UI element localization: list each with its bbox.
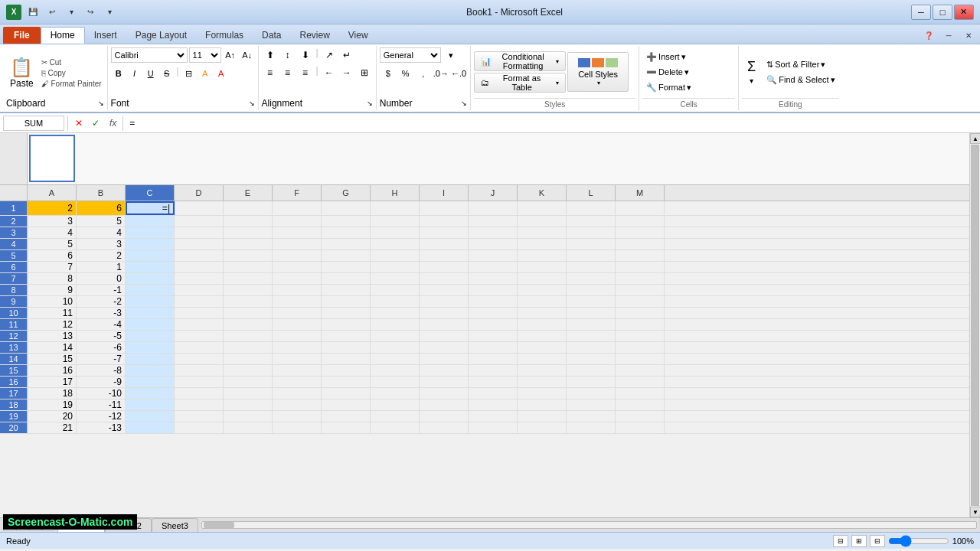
tab-formulas[interactable]: Formulas	[196, 27, 253, 44]
cell-L5[interactable]	[567, 250, 616, 261]
cell-A16[interactable]: 17	[28, 377, 77, 387]
cell-M13[interactable]	[616, 342, 665, 353]
cell-L12[interactable]	[567, 331, 616, 341]
cell-F19[interactable]	[273, 411, 322, 422]
cell-C8[interactable]	[126, 285, 175, 295]
row-number-19[interactable]: 19	[0, 411, 28, 422]
cell-E10[interactable]	[224, 308, 273, 318]
normal-view-button[interactable]: ⊟	[833, 535, 848, 547]
cell-C10[interactable]	[126, 308, 175, 318]
cell-M3[interactable]	[616, 227, 665, 238]
copy-button[interactable]: ⎘ Copy	[39, 68, 104, 78]
cell-M6[interactable]	[616, 262, 665, 272]
cell-B1[interactable]: 6	[77, 201, 126, 215]
cell-B4[interactable]: 3	[77, 239, 126, 249]
cell-A14[interactable]: 15	[28, 354, 77, 364]
tab-insert[interactable]: Insert	[85, 27, 126, 44]
cell-E14[interactable]	[224, 354, 273, 364]
cell-D3[interactable]	[175, 227, 224, 238]
cell-H10[interactable]	[371, 308, 420, 318]
cell-J16[interactable]	[469, 377, 518, 387]
column-header-I[interactable]: I	[420, 185, 469, 201]
delete-cells-button[interactable]: ➖ Delete ▾	[642, 65, 695, 79]
cell-H20[interactable]	[371, 422, 420, 433]
cell-B7[interactable]: 0	[77, 273, 126, 284]
cell-L11[interactable]	[567, 319, 616, 330]
cell-B6[interactable]: 1	[77, 262, 126, 272]
format-as-table-button[interactable]: 🗂 Format as Table ▾	[474, 73, 566, 93]
cell-J3[interactable]	[469, 227, 518, 238]
formula-input[interactable]	[126, 116, 977, 131]
cell-H2[interactable]	[371, 216, 420, 227]
cell-I5[interactable]	[420, 250, 469, 261]
cell-B14[interactable]: -7	[77, 354, 126, 364]
cell-G17[interactable]	[322, 388, 371, 399]
tab-data[interactable]: Data	[253, 27, 290, 44]
cell-I3[interactable]	[420, 227, 469, 238]
cell-H14[interactable]	[371, 354, 420, 364]
sort-filter-button[interactable]: ⇅ Sort & Filter ▾	[763, 57, 838, 71]
cell-B5[interactable]: 2	[77, 250, 126, 261]
cell-E8[interactable]	[224, 285, 273, 295]
undo-button[interactable]: ↩	[44, 5, 60, 19]
cell-D17[interactable]	[175, 388, 224, 399]
column-header-K[interactable]: K	[518, 185, 567, 201]
row-number-16[interactable]: 16	[0, 377, 28, 387]
cell-L18[interactable]	[567, 399, 616, 410]
cell-F8[interactable]	[273, 285, 322, 295]
cell-I10[interactable]	[420, 308, 469, 318]
cell-G1[interactable]	[322, 201, 371, 215]
cell-B20[interactable]: -13	[77, 422, 126, 433]
undo-dropdown[interactable]: ▾	[63, 5, 80, 19]
cell-I9[interactable]	[420, 296, 469, 307]
cell-B3[interactable]: 4	[77, 227, 126, 238]
align-middle-button[interactable]: ↕	[279, 47, 296, 63]
row-number-5[interactable]: 5	[0, 250, 28, 261]
cell-I1[interactable]	[420, 201, 469, 215]
cell-D6[interactable]	[175, 262, 224, 272]
cell-K7[interactable]	[518, 273, 567, 284]
cell-H5[interactable]	[371, 250, 420, 261]
cell-J13[interactable]	[469, 342, 518, 353]
cell-J1[interactable]	[469, 201, 518, 215]
cell-J6[interactable]	[469, 262, 518, 272]
italic-button[interactable]: I	[127, 66, 142, 81]
cell-M4[interactable]	[616, 239, 665, 249]
row-number-10[interactable]: 10	[0, 308, 28, 318]
cell-M12[interactable]	[616, 331, 665, 341]
cell-H19[interactable]	[371, 411, 420, 422]
cell-B19[interactable]: -12	[77, 411, 126, 422]
cell-G12[interactable]	[322, 331, 371, 341]
row-number-20[interactable]: 20	[0, 422, 28, 433]
cell-J20[interactable]	[469, 422, 518, 433]
cell-A2[interactable]: 3	[28, 216, 77, 227]
cell-E4[interactable]	[224, 239, 273, 249]
cell-E2[interactable]	[224, 216, 273, 227]
cell-A9[interactable]: 10	[28, 296, 77, 307]
cell-C15[interactable]	[126, 365, 175, 376]
increase-font-button[interactable]: A↑	[223, 47, 238, 63]
cell-J18[interactable]	[469, 399, 518, 410]
increase-decimal-button[interactable]: .0→	[433, 66, 449, 81]
cell-M9[interactable]	[616, 296, 665, 307]
number-format-dropdown[interactable]: ▾	[443, 47, 459, 63]
cell-G5[interactable]	[322, 250, 371, 261]
cell-K1[interactable]	[518, 201, 567, 215]
row-number-9[interactable]: 9	[0, 296, 28, 307]
cell-D19[interactable]	[175, 411, 224, 422]
cell-M19[interactable]	[616, 411, 665, 422]
column-header-G[interactable]: G	[322, 185, 371, 201]
cell-E5[interactable]	[224, 250, 273, 261]
confirm-formula-button[interactable]: ✓	[88, 116, 103, 130]
cell-F16[interactable]	[273, 377, 322, 387]
cell-A13[interactable]: 14	[28, 342, 77, 353]
cell-C4[interactable]	[126, 239, 175, 249]
cell-D7[interactable]	[175, 273, 224, 284]
cell-F14[interactable]	[273, 354, 322, 364]
cell-C20[interactable]	[126, 422, 175, 433]
insert-cells-button[interactable]: ➕ Insert ▾	[642, 50, 695, 64]
font-size-selector[interactable]: 11	[189, 47, 221, 63]
cell-A7[interactable]: 8	[28, 273, 77, 284]
cell-B9[interactable]: -2	[77, 296, 126, 307]
tab-view[interactable]: View	[339, 27, 377, 44]
